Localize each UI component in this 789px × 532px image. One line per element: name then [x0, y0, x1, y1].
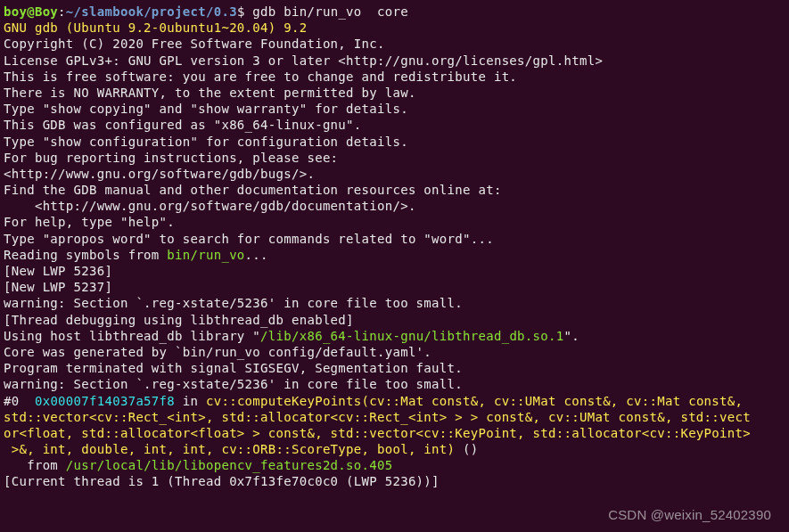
core-generated: Core was generated by `bin/run_vo config…: [4, 344, 785, 360]
lwp-line: [New LWP 5237]: [4, 279, 785, 295]
prompt-line[interactable]: boy@Boy:~/slambook/project/0.3$ gdb bin/…: [4, 4, 785, 20]
intro-line: License GPLv3+: GNU GPL version 3 or lat…: [4, 53, 785, 69]
gdb-version: GNU gdb (Ubuntu 9.2-0ubuntu1~20.04) 9.2: [4, 20, 785, 36]
intro-line: Copyright (C) 2020 Free Software Foundat…: [4, 36, 785, 52]
program-terminated: Program terminated with signal SIGSEGV, …: [4, 360, 785, 376]
watermark: CSDN @weixin_52402390: [608, 506, 771, 524]
thread-debugging: [Thread debugging using libthread_db ena…: [4, 312, 785, 328]
intro-line: Find the GDB manual and other documentat…: [4, 182, 785, 198]
current-thread: [Current thread is 1 (Thread 0x7f13fe70c…: [4, 473, 785, 489]
prompt-path: ~/slambook/project/0.3: [66, 4, 237, 19]
intro-line: Type "show copying" and "show warranty" …: [4, 101, 785, 117]
frame-num: #0: [4, 394, 35, 408]
intro-line: For bug reporting instructions, please s…: [4, 150, 785, 166]
intro-line: This is free software: you are free to c…: [4, 69, 785, 85]
intro-line: <http://www.gnu.org/software/gdb/documen…: [4, 198, 785, 214]
prompt-user: boy@Boy: [4, 4, 58, 19]
frame-line: or<float, std::allocator<float> > const&…: [4, 425, 785, 441]
intro-line: For help, type "help".: [4, 214, 785, 230]
lwp-line: [New LWP 5236]: [4, 263, 785, 279]
frame-line: >&, int, double, int, int, cv::ORB::Scor…: [4, 441, 785, 457]
reading-symbols: Reading symbols from bin/run_vo...: [4, 247, 785, 263]
prompt-sep: :: [58, 4, 66, 19]
frame-func: or<float, std::allocator<float> > const&…: [4, 426, 751, 440]
frame-func: cv::computeKeyPoints(cv::Mat const&, cv:…: [206, 394, 751, 408]
prompt-cmd: gdb bin/run_vo core: [252, 4, 408, 19]
frame-line: #0 0x00007f14037a57f8 in cv::computeKeyP…: [4, 393, 785, 409]
symbols-path: bin/run_vo: [167, 248, 244, 262]
frame-from: from /usr/local/lib/libopencv_features2d…: [4, 457, 785, 473]
prompt-dollar: $: [237, 4, 252, 19]
host-lib-path: /lib/x86_64-linux-gnu/libthread_db.so.1: [260, 329, 563, 343]
frame-line: std::vector<cv::Rect_<int>, std::allocat…: [4, 409, 785, 425]
frame-address: 0x00007f14037a57f8: [35, 394, 175, 408]
warning-line: warning: Section `.reg-xstate/5236' in c…: [4, 376, 785, 392]
frame-func: >&, int, double, int, int, cv::ORB::Scor…: [4, 442, 455, 456]
intro-line: Type "show configuration" for configurat…: [4, 134, 785, 150]
host-lib: Using host libthread_db library "/lib/x8…: [4, 328, 785, 344]
warning-line: warning: Section `.reg-xstate/5236' in c…: [4, 295, 785, 311]
intro-line: Type "apropos word" to search for comman…: [4, 231, 785, 247]
intro-line: There is NO WARRANTY, to the extent perm…: [4, 85, 785, 101]
frame-func: std::vector<cv::Rect_<int>, std::allocat…: [4, 410, 751, 424]
intro-line: This GDB was configured as "x86_64-linux…: [4, 117, 785, 133]
intro-line: <http://www.gnu.org/software/gdb/bugs/>.: [4, 166, 785, 182]
frame-from-path: /usr/local/lib/libopencv_features2d.so.4…: [66, 458, 393, 472]
